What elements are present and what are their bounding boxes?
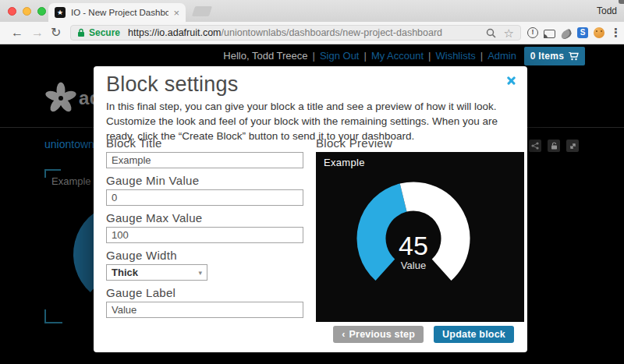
block-title-label: Block Title bbox=[106, 136, 305, 150]
block-preview: 45Value Example bbox=[316, 152, 524, 322]
gauge-label-input[interactable] bbox=[106, 302, 303, 318]
profile-name: Todd bbox=[597, 5, 617, 16]
cart-button[interactable]: 0 Items bbox=[524, 47, 585, 65]
preview-block-title: Example bbox=[324, 157, 365, 168]
wishlists-link[interactable]: Wishlists bbox=[435, 50, 475, 62]
gauge-width-label: Gauge Width bbox=[106, 249, 305, 262]
forward-button[interactable] bbox=[31, 24, 44, 41]
secure-label: Secure bbox=[89, 27, 120, 38]
lock-icon bbox=[551, 142, 558, 150]
share-icon bbox=[531, 142, 539, 150]
svg-text:45: 45 bbox=[399, 231, 428, 260]
info-extension-icon[interactable]: ! bbox=[527, 27, 538, 38]
preview-gauge: 45Value bbox=[316, 152, 524, 322]
cart-icon bbox=[569, 52, 579, 61]
expand-button[interactable] bbox=[566, 140, 579, 152]
preview-section: Block Preview 45Value Example bbox=[316, 136, 524, 322]
block-preview-heading: Block Preview bbox=[316, 136, 524, 150]
gray-extension-icon[interactable] bbox=[560, 28, 573, 40]
previous-step-button[interactable]: Previous step bbox=[333, 326, 424, 343]
zoom-window-button[interactable] bbox=[37, 7, 46, 16]
account-links: Hello, Todd Treece|Sign Out|My Account|W… bbox=[223, 50, 516, 62]
lock-button[interactable] bbox=[548, 140, 560, 152]
url-domain: https://io.adafruit.com bbox=[128, 27, 222, 38]
chevron-down-icon bbox=[198, 269, 202, 277]
gauge-label-label: Gauge Label bbox=[106, 286, 305, 299]
settings-form: Block Title Gauge Min Value Gauge Max Va… bbox=[106, 136, 305, 323]
block-title-input[interactable] bbox=[106, 152, 303, 168]
url-text: https://io.adafruit.com/uniontownlabs/da… bbox=[128, 27, 442, 38]
tab-title: IO - New Project Dashboard bbox=[71, 8, 168, 17]
update-block-button[interactable]: Update block bbox=[434, 326, 514, 343]
extension-area: ! S bbox=[527, 27, 622, 39]
close-window-button[interactable] bbox=[8, 7, 16, 16]
expand-icon bbox=[569, 143, 576, 150]
my-account-link[interactable]: My Account bbox=[371, 50, 424, 62]
gauge-max-input[interactable] bbox=[106, 227, 303, 243]
corner-notification-icon bbox=[619, 0, 624, 4]
modal-buttons: Previous step Update block bbox=[333, 326, 514, 343]
modal-title: Block settings bbox=[106, 72, 238, 97]
search-icon[interactable] bbox=[486, 28, 496, 38]
close-icon[interactable] bbox=[506, 75, 516, 85]
greeting: Hello, Todd Treece bbox=[223, 50, 307, 62]
selection-bracket-bottom bbox=[44, 309, 62, 323]
chevron-left-icon bbox=[342, 329, 345, 340]
reload-button[interactable] bbox=[51, 24, 61, 41]
block-action-buttons bbox=[529, 140, 579, 152]
previous-step-label: Previous step bbox=[349, 329, 416, 340]
smiley-extension-icon[interactable] bbox=[594, 27, 604, 38]
block-settings-modal: Block settings In this final step, you c… bbox=[94, 66, 527, 352]
admin-link[interactable]: Admin bbox=[488, 50, 516, 62]
secure-lock-icon bbox=[77, 28, 85, 37]
new-tab-button[interactable] bbox=[192, 6, 212, 16]
gauge-min-input[interactable] bbox=[106, 189, 303, 206]
browser-tab[interactable]: ★ IO - New Project Dashboard × bbox=[48, 3, 186, 22]
svg-text:Value: Value bbox=[401, 260, 426, 271]
gauge-width-value: Thick bbox=[112, 267, 138, 278]
page-content: Hello, Todd Treece|Sign Out|My Account|W… bbox=[0, 44, 624, 364]
gauge-min-label: Gauge Min Value bbox=[106, 174, 305, 187]
browser-toolbar: Secure https://io.adafruit.com/uniontown… bbox=[0, 22, 624, 44]
gauge-max-label: Gauge Max Value bbox=[106, 211, 305, 224]
bookmark-star-icon[interactable] bbox=[504, 27, 514, 39]
minimize-window-button[interactable] bbox=[23, 7, 31, 16]
account-bar: Hello, Todd Treece|Sign Out|My Account|W… bbox=[0, 44, 624, 67]
share-button[interactable] bbox=[529, 140, 541, 152]
cart-count-label: 0 Items bbox=[530, 51, 564, 62]
url-path: /uniontownlabs/dashboards/new-project-da… bbox=[222, 27, 443, 38]
address-bar[interactable]: Secure https://io.adafruit.com/uniontown… bbox=[70, 25, 521, 41]
s-extension-icon[interactable]: S bbox=[577, 27, 588, 38]
back-button[interactable] bbox=[11, 24, 23, 41]
gauge-width-select[interactable]: Thick bbox=[106, 264, 207, 281]
selection-bracket-top bbox=[44, 169, 61, 178]
tab-close-icon[interactable]: × bbox=[173, 8, 179, 18]
adafruit-flower-icon bbox=[45, 82, 76, 115]
window-controls bbox=[8, 7, 46, 16]
cast-icon[interactable] bbox=[544, 30, 555, 38]
chrome-menu-icon[interactable] bbox=[610, 27, 622, 39]
adafruit-favicon-icon: ★ bbox=[55, 7, 66, 18]
browser-titlebar: ★ IO - New Project Dashboard × Todd bbox=[0, 0, 624, 22]
sign-out-link[interactable]: Sign Out bbox=[320, 50, 360, 62]
browser-window: ★ IO - New Project Dashboard × Todd Secu… bbox=[0, 0, 624, 364]
